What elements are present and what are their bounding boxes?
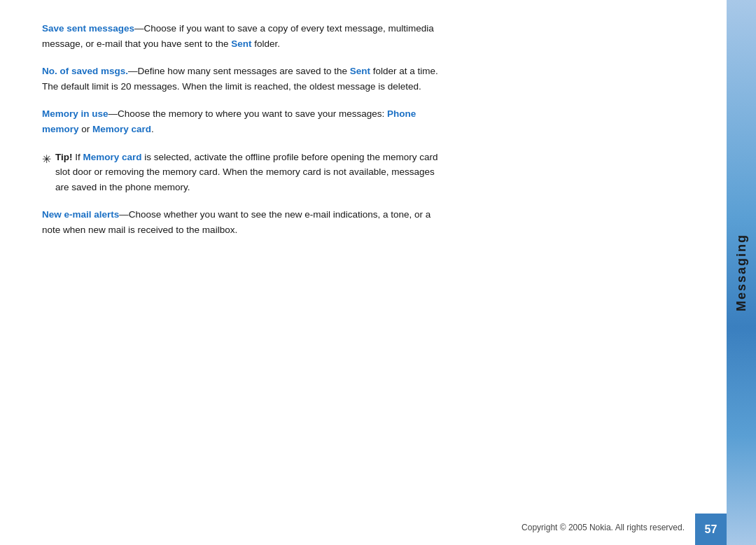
page-container: Save sent messages—Choose if you want to… bbox=[0, 0, 756, 545]
term-new-email-alerts: New e-mail alerts bbox=[42, 209, 119, 220]
tip-content: Tip! If Memory card is selected, activat… bbox=[55, 150, 448, 195]
tip-icon: ✳ bbox=[42, 150, 51, 169]
tip-label: Tip! bbox=[55, 152, 73, 162]
page-number: 57 bbox=[705, 523, 718, 536]
copyright-text: Copyright © 2005 Nokia. All rights reser… bbox=[522, 523, 685, 532]
text-memory-1: —Choose the memory to where you want to … bbox=[108, 108, 387, 119]
bottom-bar: Copyright © 2005 Nokia. All rights reser… bbox=[0, 510, 727, 545]
link-memory-card-2: Memory card bbox=[83, 152, 142, 162]
link-sent-1: Sent bbox=[231, 38, 251, 49]
tip-text-prefix: If bbox=[73, 152, 83, 162]
paragraph-save-sent-messages: Save sent messages—Choose if you want to… bbox=[42, 21, 448, 51]
side-tab: Messaging bbox=[727, 0, 756, 545]
link-memory-card-1: Memory card bbox=[92, 124, 151, 134]
text-period: . bbox=[151, 124, 154, 134]
page-number-box: 57 bbox=[695, 514, 727, 545]
term-memory-in-use: Memory in use bbox=[42, 108, 108, 119]
term-save-sent-messages: Save sent messages bbox=[42, 23, 134, 34]
paragraph-no-saved-msgs: No. of saved msgs.—Define how many sent … bbox=[42, 64, 448, 94]
paragraph-memory-in-use: Memory in use—Choose the memory to where… bbox=[42, 106, 448, 136]
text-or: or bbox=[79, 124, 93, 134]
main-content: Save sent messages—Choose if you want to… bbox=[42, 21, 448, 503]
text-no-saved-1: —Define how many sent messages are saved… bbox=[128, 66, 350, 76]
side-tab-label: Messaging bbox=[734, 234, 749, 311]
term-no-saved-msgs: No. of saved msgs. bbox=[42, 66, 128, 76]
paragraph-new-email-alerts: New e-mail alerts—Choose whether you wan… bbox=[42, 207, 448, 237]
link-sent-2: Sent bbox=[350, 66, 370, 76]
tip-block: ✳ Tip! If Memory card is selected, activ… bbox=[42, 150, 448, 195]
text-save-sent-end: folder. bbox=[251, 38, 280, 49]
